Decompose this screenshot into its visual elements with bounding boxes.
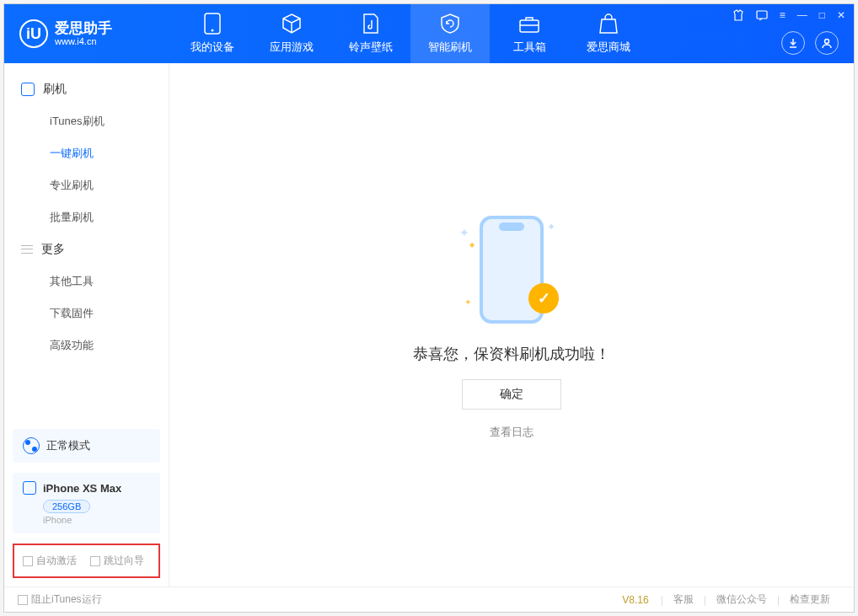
menu-icon[interactable]: ≡ <box>780 9 786 21</box>
window-controls: ≡ — □ ✕ <box>732 9 845 21</box>
sidebar-item-advanced[interactable]: 高级功能 <box>4 329 169 362</box>
bag-icon <box>598 13 619 35</box>
status-bar: 阻止iTunes运行 V8.16 | 客服 | 微信公众号 | 检查更新 <box>4 587 854 612</box>
device-icon <box>201 13 223 35</box>
checkbox-label: 自动激活 <box>36 554 77 568</box>
sidebar-item-other-tools[interactable]: 其他工具 <box>4 265 169 297</box>
svg-point-4 <box>825 40 829 44</box>
version-label: V8.16 <box>622 594 648 606</box>
list-icon <box>21 244 33 255</box>
logo: iU 爱思助手 www.i4.cn <box>4 19 173 48</box>
footer-link-update[interactable]: 检查更新 <box>780 592 840 607</box>
footer-link-support[interactable]: 客服 <box>663 592 704 607</box>
device-type: iPhone <box>43 515 150 525</box>
svg-point-1 <box>212 29 214 32</box>
checkbox-label: 跳过向导 <box>104 554 144 568</box>
svg-rect-2 <box>520 20 539 32</box>
tab-label: 爱思商城 <box>587 40 630 55</box>
sidebar-item-pro-flash[interactable]: 专业刷机 <box>4 169 169 201</box>
success-illustration: ✦◆◆✦ ✓ <box>453 211 571 329</box>
ok-button[interactable]: 确定 <box>462 379 561 410</box>
device-card[interactable]: iPhone XS Max 256GB iPhone <box>13 473 160 533</box>
logo-icon: iU <box>19 19 48 48</box>
sidebar-item-itunes-flash[interactable]: iTunes刷机 <box>4 105 169 137</box>
device-storage: 256GB <box>43 500 90 513</box>
footer-link-wechat[interactable]: 微信公众号 <box>706 592 777 607</box>
tab-apps-games[interactable]: 应用游戏 <box>252 4 331 63</box>
view-log-link[interactable]: 查看日志 <box>490 425 534 440</box>
download-button[interactable] <box>781 31 805 55</box>
checkbox-icon <box>18 595 28 605</box>
device-name: iPhone XS Max <box>43 482 121 495</box>
header-actions <box>781 31 839 55</box>
mode-icon <box>23 437 40 454</box>
tab-label: 工具箱 <box>513 40 546 55</box>
phone-icon <box>23 481 36 495</box>
tab-ringtones[interactable]: 铃声壁纸 <box>331 4 410 63</box>
tab-label: 智能刷机 <box>428 40 472 55</box>
main-tabs: 我的设备 应用游戏 铃声壁纸 智能刷机 工具箱 爱思商城 <box>173 4 648 63</box>
app-url: www.i4.cn <box>55 36 112 46</box>
tab-store[interactable]: 爱思商城 <box>569 4 648 63</box>
user-button[interactable] <box>815 31 839 55</box>
success-message: 恭喜您，保资料刷机成功啦！ <box>413 344 610 364</box>
phone-icon <box>21 83 35 96</box>
music-file-icon <box>360 13 382 35</box>
tab-toolbox[interactable]: 工具箱 <box>490 4 569 63</box>
tab-label: 应用游戏 <box>270 40 314 55</box>
sidebar-item-batch-flash[interactable]: 批量刷机 <box>4 201 169 233</box>
sidebar-item-oneclick-flash[interactable]: 一键刷机 <box>4 137 169 169</box>
sidebar: 刷机 iTunes刷机 一键刷机 专业刷机 批量刷机 更多 其他工具 下载固件 … <box>4 63 169 587</box>
checkbox-auto-activate[interactable]: 自动激活 <box>23 554 77 568</box>
checkbox-skip-guide[interactable]: 跳过向导 <box>90 554 144 568</box>
mode-card[interactable]: 正常模式 <box>13 429 160 463</box>
svg-rect-3 <box>757 11 767 19</box>
tab-my-device[interactable]: 我的设备 <box>173 4 252 63</box>
toolbox-icon <box>518 13 540 35</box>
group-label: 刷机 <box>43 82 67 97</box>
checkbox-icon <box>23 556 33 566</box>
tab-label: 我的设备 <box>190 40 234 55</box>
checkbox-label: 阻止iTunes运行 <box>31 592 102 607</box>
app-name: 爱思助手 <box>55 21 112 37</box>
tab-smart-flash[interactable]: 智能刷机 <box>410 4 490 63</box>
sidebar-group-more: 更多 <box>4 233 169 265</box>
sidebar-item-download-firmware[interactable]: 下载固件 <box>4 297 169 329</box>
tab-label: 铃声壁纸 <box>349 40 393 55</box>
main-content: ✦◆◆✦ ✓ 恭喜您，保资料刷机成功啦！ 确定 查看日志 <box>169 63 854 587</box>
minimize-button[interactable]: — <box>797 9 807 21</box>
refresh-shield-icon <box>439 13 461 35</box>
sidebar-group-flash: 刷机 <box>4 73 169 105</box>
feedback-icon[interactable] <box>756 9 768 21</box>
checkbox-icon <box>90 556 100 566</box>
cube-icon <box>281 13 303 35</box>
checkbox-block-itunes[interactable]: 阻止iTunes运行 <box>18 592 102 607</box>
check-badge-icon: ✓ <box>528 283 559 313</box>
close-button[interactable]: ✕ <box>837 9 845 21</box>
title-bar: iU 爱思助手 www.i4.cn 我的设备 应用游戏 铃声壁纸 智能刷机 <box>4 4 854 63</box>
maximize-button[interactable]: □ <box>819 9 825 21</box>
mode-label: 正常模式 <box>46 438 90 453</box>
skin-icon[interactable] <box>732 9 744 21</box>
group-label: 更多 <box>41 242 65 257</box>
option-highlight-box: 自动激活 跳过向导 <box>13 544 160 578</box>
